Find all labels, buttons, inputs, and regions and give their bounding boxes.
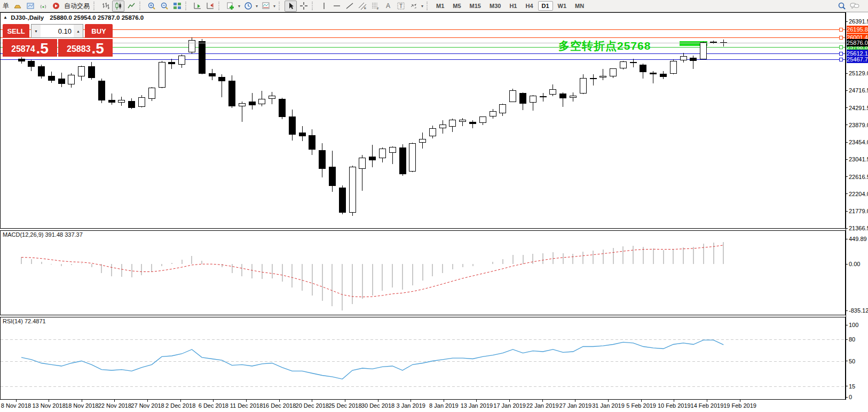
svg-text:0: 0: [849, 394, 852, 400]
search-icon[interactable]: [835, 1, 848, 12]
arrows-tool-icon[interactable]: [407, 1, 420, 12]
horizontal-line-tool-icon[interactable]: [330, 1, 343, 12]
macd-histogram: [21, 242, 723, 310]
toolbar-grip: [312, 2, 315, 10]
svg-text:F: F: [377, 7, 379, 10]
svg-text:13 Nov 2018: 13 Nov 2018: [32, 402, 65, 409]
buy-price-big: .5: [92, 42, 104, 56]
timeframe-mn[interactable]: MN: [571, 1, 588, 11]
svg-text:26391.5: 26391.5: [849, 18, 868, 25]
rsi-label: RSI(14) 72.4871: [3, 318, 46, 324]
svg-text:30 Dec 2018: 30 Dec 2018: [361, 402, 394, 409]
svg-text:24716.5: 24716.5: [849, 87, 868, 94]
candlestick-type-icon[interactable]: [112, 1, 124, 12]
svg-text:E: E: [364, 6, 366, 10]
svg-text:3 Jan 2019: 3 Jan 2019: [396, 402, 425, 409]
periods-clock-icon[interactable]: [242, 1, 254, 12]
chart-shift-icon[interactable]: [204, 1, 216, 12]
chart-canvas[interactable]: 26391.525129.024716.524291.523879.023454…: [0, 12, 868, 412]
toolbar-grip: [427, 2, 430, 10]
svg-text:13 Jan 2019: 13 Jan 2019: [461, 402, 493, 409]
volume-decrease-button[interactable]: ▼: [31, 25, 41, 37]
periods-dropdown-caret[interactable]: ▾: [255, 4, 259, 9]
svg-text:23454.0: 23454.0: [849, 139, 868, 145]
svg-text:18 Nov 2018: 18 Nov 2018: [65, 402, 98, 409]
new-order-partial-label[interactable]: 单: [1, 2, 11, 11]
svg-text:8 Jan 2019: 8 Jan 2019: [429, 402, 458, 409]
toolbar-grip: [279, 2, 282, 10]
price-axis[interactable]: 26391.525129.024716.524291.523879.023454…: [846, 12, 868, 400]
equidistant-channel-tool-icon[interactable]: E: [356, 1, 368, 12]
svg-text:0.00: 0.00: [849, 261, 860, 267]
svg-text:5 Feb 2019: 5 Feb 2019: [626, 402, 656, 409]
time-axis[interactable]: 8 Nov 201813 Nov 201818 Nov 201822 Nov 2…: [1, 400, 756, 409]
buy-price-main: 25883: [67, 43, 91, 56]
rsi-line: [21, 340, 723, 379]
buy-price-display[interactable]: 25883 .5: [58, 39, 113, 57]
timeframe-w1[interactable]: W1: [554, 1, 571, 11]
sell-button[interactable]: SELL: [3, 24, 29, 38]
templates-dropdown-caret[interactable]: ▾: [272, 4, 277, 9]
autotrading-icon[interactable]: [50, 1, 62, 12]
arrows-dropdown-caret[interactable]: ▾: [420, 4, 424, 9]
svg-text:22 Nov 2018: 22 Nov 2018: [98, 402, 131, 409]
charts-window-icon[interactable]: [24, 1, 36, 12]
timeframe-m1[interactable]: M1: [432, 1, 448, 11]
svg-text:-835.12: -835.12: [849, 307, 868, 314]
ohlc-values: 25880.0 25954.0 25787.0 25876.0: [50, 14, 144, 21]
timeframe-h4[interactable]: H4: [522, 1, 536, 11]
autotrading-label[interactable]: 自动交易: [62, 2, 91, 11]
line-chart-type-icon[interactable]: [125, 1, 137, 12]
vertical-line-tool-icon[interactable]: [318, 1, 330, 12]
zoom-in-icon[interactable]: [145, 1, 157, 12]
svg-text:27 Nov 2018: 27 Nov 2018: [131, 402, 164, 409]
timeframe-m15[interactable]: M15: [466, 1, 485, 11]
trendline-tool-icon[interactable]: [343, 1, 356, 12]
macd-label: MACD(12,26,9) 391.48 337.37: [3, 231, 83, 238]
svg-text:21779.0: 21779.0: [849, 208, 868, 214]
text-tool-icon[interactable]: A: [382, 1, 394, 12]
timeframe-h1[interactable]: H1: [506, 1, 520, 11]
svg-text:20 Dec 2018: 20 Dec 2018: [296, 402, 329, 409]
svg-text:25129.0: 25129.0: [849, 70, 868, 76]
text-label-tool-icon[interactable]: T: [394, 1, 407, 12]
svg-text:21366.5: 21366.5: [849, 225, 868, 231]
candles[interactable]: [18, 37, 727, 216]
indicators-icon[interactable]: [224, 1, 236, 12]
svg-text:27 Jan 2019: 27 Jan 2019: [559, 402, 592, 409]
sell-price-display[interactable]: 25874 .5: [3, 39, 57, 57]
chart-title: ▲ DJ30-,Daily 25880.0 25954.0 25787.0 25…: [3, 14, 144, 21]
gold-bars-icon[interactable]: [11, 1, 23, 12]
price-level-lines[interactable]: [1, 28, 845, 61]
chat-icon[interactable]: [848, 1, 861, 12]
toolbar-grip: [139, 2, 143, 10]
sell-price-main: 25874: [11, 43, 35, 56]
auto-scroll-icon[interactable]: [191, 1, 203, 12]
crosshair-icon[interactable]: [297, 1, 310, 12]
tile-windows-icon[interactable]: [171, 1, 183, 12]
turning-point-annotation[interactable]: 多空转折点25768: [558, 38, 651, 53]
svg-text:22204.0: 22204.0: [849, 191, 868, 197]
symbol-period-label: DJ30-,Daily: [11, 14, 44, 21]
volume-input[interactable]: [41, 25, 74, 37]
toolbar-grip: [185, 2, 189, 10]
svg-text:22616.5: 22616.5: [849, 174, 868, 180]
svg-text:100: 100: [849, 322, 858, 328]
timeframe-d1[interactable]: D1: [538, 1, 553, 11]
fibonacci-tool-icon[interactable]: F: [369, 1, 381, 12]
zoom-out-icon[interactable]: [158, 1, 170, 12]
timeframe-m5[interactable]: M5: [449, 1, 464, 11]
cursor-icon[interactable]: [285, 1, 297, 12]
volume-increase-button[interactable]: ▲: [74, 25, 83, 37]
templates-icon[interactable]: [259, 1, 272, 12]
timeframe-m30[interactable]: M30: [486, 1, 504, 11]
svg-text:449.89: 449.89: [849, 236, 867, 242]
buy-button[interactable]: BUY: [85, 24, 113, 38]
svg-text:23041.5: 23041.5: [849, 156, 868, 162]
signals-icon[interactable]: [37, 1, 49, 12]
collapse-panel-arrow[interactable]: ▲: [3, 15, 7, 20]
indicators-dropdown-caret[interactable]: ▾: [237, 4, 241, 9]
sell-price-big: .5: [36, 42, 49, 56]
bar-chart-type-icon[interactable]: [99, 1, 112, 12]
svg-text:25876.0: 25876.0: [847, 40, 868, 46]
